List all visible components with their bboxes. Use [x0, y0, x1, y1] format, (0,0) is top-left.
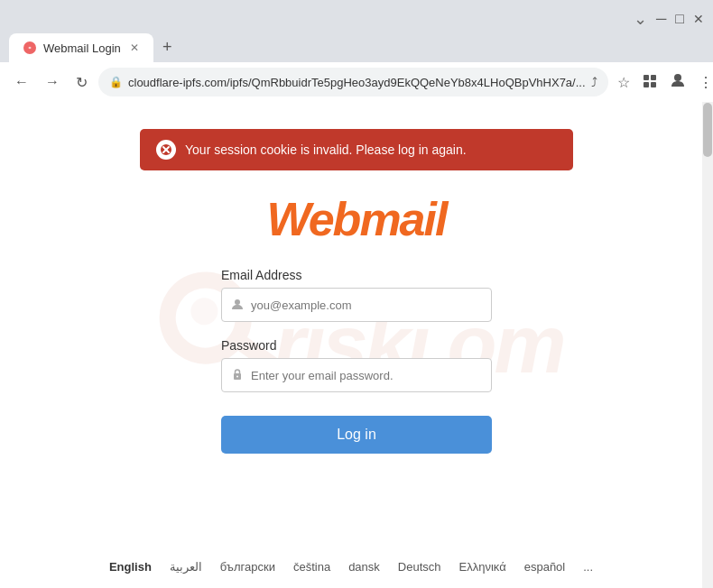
- alert-message: Your session cookie is invalid. Please l…: [185, 142, 467, 157]
- svg-rect-1: [644, 75, 649, 80]
- bookmark-button[interactable]: ☆: [614, 70, 634, 95]
- lang-greek[interactable]: Ελληνικά: [459, 560, 506, 574]
- browser-chrome: ⌄ ─ □ ✕ Webmail Login ✕ + ← → ↻ 🔒 cloudf…: [0, 0, 713, 102]
- svg-point-12: [235, 299, 240, 305]
- svg-point-14: [236, 375, 238, 377]
- minimize-button[interactable]: ─: [656, 11, 666, 27]
- tab-favicon: [23, 41, 36, 54]
- extensions-button[interactable]: [639, 70, 661, 95]
- tab-close-button[interactable]: ✕: [130, 41, 139, 54]
- email-form-group: Email Address: [221, 268, 492, 322]
- toolbar: ← → ↻ 🔒 cloudflare-ipfs.com/ipfs/QmRbbui…: [0, 62, 713, 102]
- page-inner: riski.om Your session cookie is invalid.…: [0, 102, 713, 588]
- user-icon: [231, 298, 244, 313]
- svg-rect-2: [651, 75, 656, 80]
- lang-bulgarian[interactable]: български: [220, 560, 275, 574]
- password-label: Password: [221, 338, 492, 353]
- email-input[interactable]: [251, 299, 482, 312]
- lang-english[interactable]: English: [109, 560, 152, 574]
- svg-point-5: [674, 74, 681, 81]
- language-footer: English العربية български čeština dansk …: [0, 560, 702, 574]
- password-form-group: Password: [221, 338, 492, 392]
- lang-more[interactable]: ...: [583, 560, 593, 574]
- lock-field-icon: [231, 368, 244, 383]
- svg-point-8: [189, 295, 220, 326]
- login-form: Email Address Password: [221, 268, 492, 454]
- lock-icon: 🔒: [109, 76, 123, 88]
- lang-spanish[interactable]: español: [524, 560, 566, 574]
- active-tab[interactable]: Webmail Login ✕: [9, 33, 153, 62]
- forward-button[interactable]: →: [40, 70, 65, 94]
- profile-button[interactable]: [666, 69, 690, 96]
- chevron-down-icon: ⌄: [634, 9, 647, 29]
- browser-content: riski.om Your session cookie is invalid.…: [0, 102, 713, 588]
- email-label: Email Address: [221, 268, 492, 282]
- title-bar: ⌄ ─ □ ✕: [0, 0, 713, 32]
- address-bar[interactable]: 🔒 cloudflare-ipfs.com/ipfs/QmRbbuidrTe5p…: [98, 68, 608, 96]
- error-alert: Your session cookie is invalid. Please l…: [140, 129, 573, 170]
- svg-rect-3: [644, 82, 649, 87]
- lang-czech[interactable]: čeština: [293, 560, 330, 574]
- alert-icon: [156, 140, 176, 160]
- back-button[interactable]: ←: [9, 70, 34, 94]
- menu-button[interactable]: ⋮: [695, 70, 713, 95]
- reload-button[interactable]: ↻: [70, 70, 93, 95]
- password-input[interactable]: [251, 369, 482, 382]
- window-controls-right: ⌄ ─ □ ✕: [634, 9, 704, 29]
- address-text: cloudflare-ipfs.com/ipfs/QmRbbuidrTe5pgH…: [128, 76, 586, 89]
- maximize-button[interactable]: □: [675, 11, 684, 27]
- svg-rect-4: [651, 82, 656, 87]
- lang-danish[interactable]: dansk: [348, 560, 380, 574]
- close-button[interactable]: ✕: [693, 12, 704, 26]
- toolbar-right: ☆ ⋮: [614, 69, 713, 96]
- new-tab-button[interactable]: +: [153, 32, 181, 62]
- webmail-logo: Webmail: [267, 192, 447, 246]
- lang-german[interactable]: Deutsch: [398, 560, 441, 574]
- password-input-wrapper: [221, 358, 492, 392]
- login-button[interactable]: Log in: [221, 416, 492, 454]
- lang-arabic[interactable]: العربية: [170, 560, 202, 574]
- share-icon[interactable]: ⤴: [591, 75, 597, 89]
- tab-bar: Webmail Login ✕ +: [0, 32, 713, 62]
- tab-title: Webmail Login: [43, 41, 121, 55]
- email-input-wrapper: [221, 288, 492, 322]
